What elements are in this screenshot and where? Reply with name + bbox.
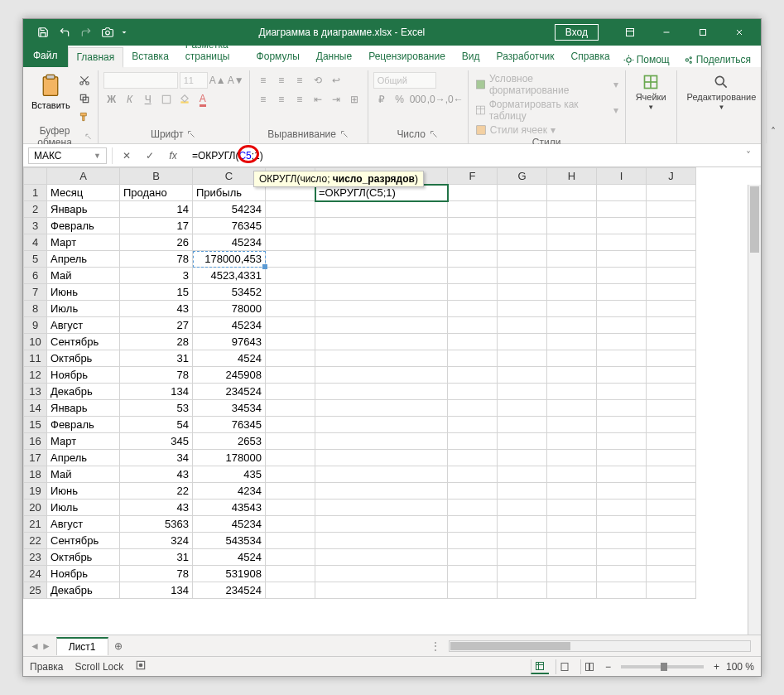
cell[interactable] xyxy=(498,317,547,334)
cell[interactable]: 435 xyxy=(193,466,266,483)
cell[interactable] xyxy=(448,234,498,251)
cell[interactable]: 345 xyxy=(120,433,193,450)
cell[interactable] xyxy=(647,400,696,417)
cell[interactable] xyxy=(547,516,597,533)
cell[interactable] xyxy=(448,350,498,367)
cell[interactable]: Октябрь xyxy=(47,549,120,566)
row-header[interactable]: 21 xyxy=(24,516,47,533)
cell[interactable]: 134 xyxy=(120,582,193,599)
cell[interactable] xyxy=(647,284,696,301)
cell[interactable] xyxy=(597,549,647,566)
cell[interactable] xyxy=(315,400,448,417)
cell[interactable] xyxy=(498,218,547,234)
cell[interactable] xyxy=(266,251,315,268)
cell[interactable]: 53 xyxy=(120,400,193,417)
cell[interactable] xyxy=(647,466,696,483)
cell[interactable] xyxy=(498,268,547,284)
row-header[interactable]: 19 xyxy=(24,483,47,500)
cell[interactable] xyxy=(315,516,448,533)
cell[interactable]: Декабрь xyxy=(47,384,120,400)
formula-input[interactable]: =ОКРУГЛ(C5;1) xyxy=(187,147,736,163)
cell[interactable] xyxy=(498,582,547,599)
cell[interactable]: Январь xyxy=(47,400,120,417)
view-normal-icon[interactable] xyxy=(531,659,549,674)
launcher-icon[interactable] xyxy=(186,129,196,139)
cell[interactable] xyxy=(647,533,696,549)
cell[interactable]: 54 xyxy=(120,417,193,433)
cell[interactable] xyxy=(647,582,696,599)
cell[interactable] xyxy=(597,185,647,201)
cell[interactable] xyxy=(597,218,647,234)
sheet-tab[interactable]: Лист1 xyxy=(56,637,108,655)
cell[interactable]: Сентябрь xyxy=(47,533,120,549)
cell[interactable] xyxy=(448,317,498,334)
cell[interactable] xyxy=(448,268,498,284)
cell[interactable] xyxy=(266,268,315,284)
cell[interactable]: Май xyxy=(47,268,120,284)
border-icon[interactable] xyxy=(158,91,175,108)
cell[interactable]: 78 xyxy=(120,367,193,384)
cell[interactable] xyxy=(547,350,597,367)
cell[interactable] xyxy=(498,417,547,433)
increase-font-icon[interactable]: A▲ xyxy=(209,72,226,89)
ribbon-options-icon[interactable] xyxy=(612,19,648,46)
tab-formulas[interactable]: Формулы xyxy=(248,47,308,67)
cell[interactable] xyxy=(315,251,448,268)
cell[interactable] xyxy=(647,500,696,516)
cell[interactable]: 53452 xyxy=(193,284,266,301)
row-header[interactable]: 10 xyxy=(24,334,47,350)
increase-indent-icon[interactable]: ⇥ xyxy=(328,91,344,108)
cell[interactable] xyxy=(647,350,696,367)
launcher-icon[interactable] xyxy=(84,132,92,142)
cut-icon[interactable] xyxy=(76,72,93,89)
cell[interactable] xyxy=(498,201,547,218)
cell[interactable] xyxy=(266,417,315,433)
row-header[interactable]: 15 xyxy=(24,417,47,433)
cell[interactable] xyxy=(498,234,547,251)
cell[interactable] xyxy=(547,384,597,400)
align-center-icon[interactable]: ≡ xyxy=(273,91,290,108)
tab-home[interactable]: Главная xyxy=(68,47,124,68)
cell[interactable] xyxy=(448,400,498,417)
cell[interactable] xyxy=(597,284,647,301)
name-box[interactable]: МАКС▼ xyxy=(28,147,107,164)
cancel-formula-icon[interactable]: ✕ xyxy=(118,147,136,165)
fill-color-icon[interactable] xyxy=(176,91,193,108)
cell[interactable]: 17 xyxy=(120,218,193,234)
row-header[interactable]: 7 xyxy=(24,284,47,301)
tell-me[interactable]: Помощ xyxy=(618,52,675,67)
cell[interactable] xyxy=(448,384,498,400)
cell[interactable]: 245908 xyxy=(193,367,266,384)
cell[interactable] xyxy=(547,251,597,268)
cell[interactable]: 27 xyxy=(120,317,193,334)
cell[interactable]: 4523,4331 xyxy=(193,268,266,284)
cell[interactable] xyxy=(547,334,597,350)
column-header[interactable]: J xyxy=(647,168,696,185)
cell[interactable] xyxy=(266,533,315,549)
cell[interactable] xyxy=(315,317,448,334)
cell[interactable] xyxy=(597,367,647,384)
cell[interactable]: 54234 xyxy=(193,201,266,218)
cell[interactable] xyxy=(547,466,597,483)
number-format-combo[interactable]: Общий xyxy=(373,72,436,89)
row-header[interactable]: 1 xyxy=(24,185,47,201)
row-header[interactable]: 14 xyxy=(24,400,47,417)
cell[interactable]: 234524 xyxy=(193,582,266,599)
cell[interactable] xyxy=(266,500,315,516)
paste-button[interactable]: Вставить xyxy=(28,72,74,112)
tab-nav-prev-icon[interactable]: ◄ xyxy=(30,640,40,652)
cell[interactable]: 43 xyxy=(120,301,193,317)
cell[interactable] xyxy=(597,234,647,251)
cell[interactable]: 543534 xyxy=(193,533,266,549)
cell[interactable] xyxy=(498,185,547,201)
cell[interactable] xyxy=(266,301,315,317)
cell[interactable] xyxy=(315,466,448,483)
cell[interactable] xyxy=(448,566,498,582)
cell[interactable] xyxy=(597,384,647,400)
cell[interactable] xyxy=(597,317,647,334)
cell[interactable]: 31 xyxy=(120,549,193,566)
vertical-scrollbar[interactable] xyxy=(748,185,761,635)
cell[interactable]: Продано xyxy=(120,185,193,201)
enter-formula-icon[interactable]: ✓ xyxy=(141,147,159,165)
row-header[interactable]: 17 xyxy=(24,450,47,466)
